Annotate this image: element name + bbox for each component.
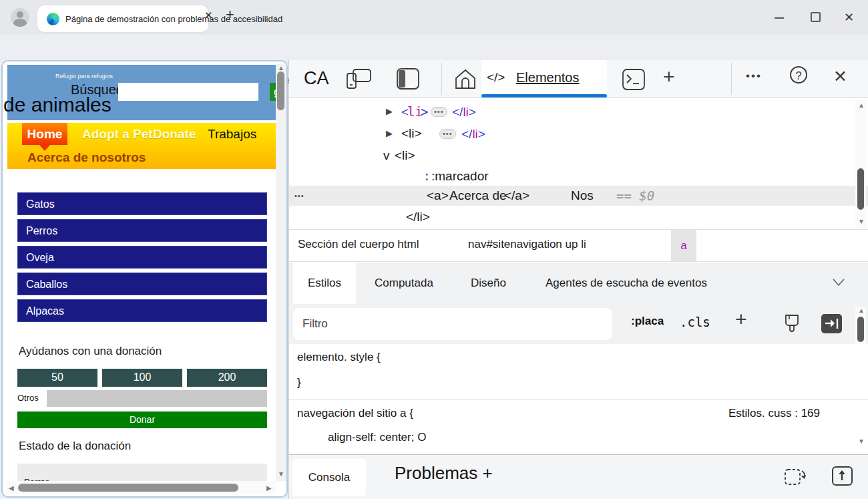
row-menu-icon[interactable]: ••• <box>294 186 304 206</box>
search-input[interactable] <box>118 83 258 101</box>
breadcrumb-body[interactable]: Sección del cuerpo html <box>298 238 419 251</box>
hov-toggle[interactable]: :placa <box>631 315 664 328</box>
scroll-right-icon[interactable]: ▶ <box>266 484 272 492</box>
page-hscroll-thumb[interactable] <box>18 484 238 492</box>
rule-property[interactable]: align-self: center; O <box>328 431 426 444</box>
more-tools-icon[interactable]: + <box>663 65 675 88</box>
tab-computed[interactable]: Computada <box>375 263 433 304</box>
animal-button-caballos[interactable]: Caballos <box>17 273 267 295</box>
scroll-down-icon[interactable]: ▼ <box>858 218 865 225</box>
address-bar-row: ← → ⟳ https://microsoftedge.github.io/De… <box>0 35 868 60</box>
animal-button-gatos[interactable]: Gatos <box>17 192 267 215</box>
expand-icon[interactable]: ▶ <box>386 124 393 144</box>
window-minimize-button[interactable] <box>775 17 784 19</box>
dock-side-icon[interactable] <box>396 67 421 90</box>
animal-button-perros[interactable]: Perros <box>17 219 267 242</box>
collapse-icon[interactable]: v <box>383 146 390 166</box>
element-style-selector[interactable]: elemento. style { <box>297 351 381 364</box>
nav-item-home[interactable]: Home <box>22 123 67 145</box>
tab-console[interactable]: Consola <box>292 459 366 496</box>
tab-layout[interactable]: Diseño <box>471 263 506 304</box>
devtools-more-icon[interactable]: ••• <box>746 69 762 83</box>
rule-source-link[interactable]: Estilos. cuss : 169 <box>728 407 820 420</box>
donation-50-button[interactable]: 50 <box>17 369 97 387</box>
donation-other-label: Otros <box>17 393 39 403</box>
li-open-tag: <li> <box>395 146 415 166</box>
tab-strip: Página de demostración con problemas de … <box>0 0 868 35</box>
activity-refresh-icon[interactable] <box>783 466 809 488</box>
donation-100-button[interactable]: 100 <box>102 369 182 387</box>
nav-item-about[interactable]: Acerca de nosotros <box>27 150 146 165</box>
scroll-up-icon[interactable]: ▲ <box>278 64 284 71</box>
a-close-tag: </a> <box>504 186 529 206</box>
tab-elements-label: Elementos <box>516 70 580 86</box>
donation-200-button[interactable]: 200 <box>187 369 267 387</box>
page-vscroll-thumb[interactable] <box>277 71 284 110</box>
nav-item-adopt[interactable]: Adopt a Pet <box>82 127 153 142</box>
dom-row-li-expanded[interactable]: v <li> <box>289 146 868 166</box>
profile-avatar-icon[interactable] <box>11 8 29 27</box>
sitenav-rule-selector[interactable]: navegación del sitio a { <box>297 407 413 420</box>
donate-button[interactable]: Donar <box>17 411 267 428</box>
dom-badge: Nos <box>571 186 594 206</box>
expand-icon[interactable]: ▶ <box>386 102 393 122</box>
li-close-tag: </li> <box>461 124 485 144</box>
expand-drawer-icon[interactable] <box>831 466 854 487</box>
breadcrumb-nav[interactable]: nav#sitenavigation up li <box>468 238 586 251</box>
cls-toggle[interactable]: .cls <box>680 315 710 329</box>
edge-favicon-icon <box>47 13 59 25</box>
styles-pane: elemento. style { } navegación del sitio… <box>289 344 868 454</box>
page-viewport: Refugio para refugios Búsqueda g de anim… <box>1 60 288 498</box>
tab-problems[interactable]: Problemas + <box>395 463 493 484</box>
devtools-close-icon[interactable]: ✕ <box>833 67 847 86</box>
brush-icon[interactable] <box>781 313 803 336</box>
window-maximize-button[interactable] <box>811 12 821 22</box>
help-icon[interactable]: ? <box>790 66 807 84</box>
styles-scroll-thumb[interactable] <box>857 317 864 342</box>
dom-row-selected[interactable]: ••• <a> Acerca de </a> Nos == $0 <box>289 186 868 206</box>
ellipsis-pill-icon[interactable]: ••• <box>431 107 447 117</box>
styles-filter-input[interactable] <box>293 308 612 340</box>
dom-row-marker[interactable]: : :marcador <box>289 166 868 186</box>
new-style-rule-icon[interactable]: + <box>735 308 747 331</box>
nav-item-donate[interactable]: Donate <box>153 127 196 142</box>
chevron-down-icon[interactable] <box>831 277 846 288</box>
home-icon[interactable] <box>453 68 477 91</box>
nav-item-jobs[interactable]: Trabajos <box>208 127 256 142</box>
avatar-head <box>17 11 23 18</box>
dom-scrollbar[interactable]: ▲ ▼ <box>855 100 866 228</box>
scroll-down-icon[interactable]: ▼ <box>278 470 284 478</box>
dom-breadcrumb: Sección del cuerpo html nav#sitenavigati… <box>289 229 868 262</box>
animal-button-alpacas[interactable]: Alpacas <box>17 299 267 322</box>
page-horizontal-scrollbar[interactable]: ◀ ▶ <box>6 481 276 494</box>
dom-row-li-2[interactable]: ▶ <li> ••• </li> <box>289 124 868 144</box>
console-icon[interactable] <box>622 68 646 91</box>
new-tab-button[interactable]: + <box>226 6 234 23</box>
scroll-up-icon[interactable]: ▲ <box>858 102 865 109</box>
scroll-up-icon[interactable]: ▲ <box>858 307 865 314</box>
page-title: de animales <box>3 94 112 116</box>
enter-selector-icon[interactable] <box>821 313 843 335</box>
li-close-tag: </li> <box>406 207 430 227</box>
tab-elements[interactable]: </> Elementos <box>481 60 607 97</box>
scroll-left-icon[interactable]: ◀ <box>9 484 14 492</box>
styles-scrollbar-top[interactable]: ▲ <box>855 307 866 344</box>
dom-row-li-1[interactable]: ▶ < li > ••• </li> <box>289 102 868 122</box>
window-close-button[interactable]: ✕ <box>844 10 854 25</box>
inspect-label[interactable]: CA <box>304 68 329 89</box>
device-emulation-icon[interactable] <box>345 68 372 91</box>
tab-styles[interactable]: Estilos <box>293 263 356 304</box>
ellipsis-pill-icon[interactable]: ••• <box>439 129 456 139</box>
donation-other-input[interactable] <box>47 390 267 407</box>
devtools-toolbar: CA </> Elementos <box>289 60 868 98</box>
dom-scroll-thumb[interactable] <box>857 168 864 210</box>
page-vertical-scrollbar[interactable]: ▲ ▼ <box>276 63 286 481</box>
animal-button-oveja[interactable]: Oveja <box>17 246 267 269</box>
tab-event-listeners[interactable]: Agentes de escucha de eventos <box>546 263 707 304</box>
scroll-down-icon[interactable]: ▼ <box>858 438 865 445</box>
marker-pseudo: :marcador <box>431 166 489 186</box>
browser-window: Página de demostración con problemas de … <box>0 0 868 499</box>
tab-close-icon[interactable]: ✕ <box>204 9 213 21</box>
dom-row-li-close[interactable]: </li> <box>289 207 868 227</box>
breadcrumb-a-selected[interactable]: a <box>671 230 696 261</box>
